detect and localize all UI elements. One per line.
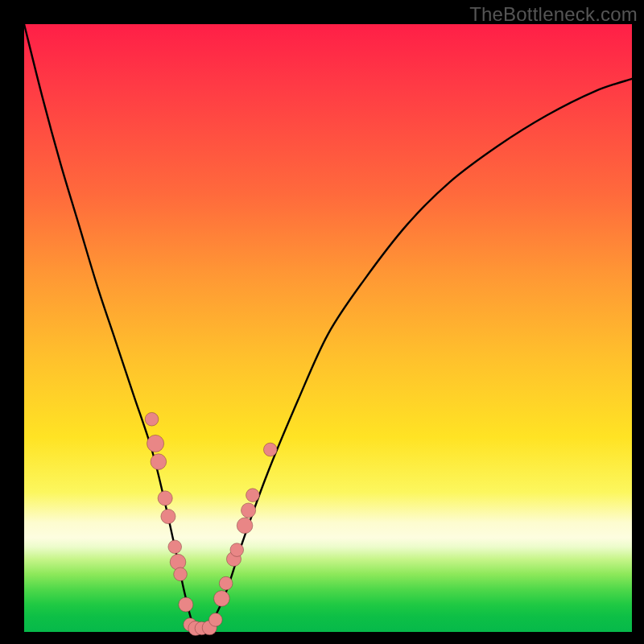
data-marker bbox=[168, 540, 182, 554]
data-marker bbox=[174, 568, 188, 581]
marker-layer bbox=[145, 412, 277, 635]
data-marker bbox=[179, 597, 193, 612]
data-marker bbox=[219, 576, 233, 590]
watermark-text: TheBottleneck.com bbox=[469, 3, 638, 26]
data-marker bbox=[230, 543, 244, 557]
data-marker bbox=[151, 454, 167, 470]
data-marker bbox=[158, 491, 172, 506]
data-marker bbox=[145, 412, 159, 426]
data-marker bbox=[170, 554, 186, 570]
data-marker bbox=[147, 435, 164, 452]
plot-area bbox=[24, 24, 632, 632]
data-marker bbox=[161, 509, 175, 523]
data-marker bbox=[246, 489, 260, 502]
data-marker bbox=[263, 443, 277, 456]
chart-svg bbox=[24, 24, 632, 632]
data-marker bbox=[242, 503, 256, 518]
chart-frame: TheBottleneck.com bbox=[0, 0, 644, 644]
data-marker bbox=[237, 518, 253, 534]
bottleneck-curve bbox=[24, 24, 632, 632]
data-marker bbox=[214, 591, 230, 607]
data-marker bbox=[209, 613, 223, 627]
